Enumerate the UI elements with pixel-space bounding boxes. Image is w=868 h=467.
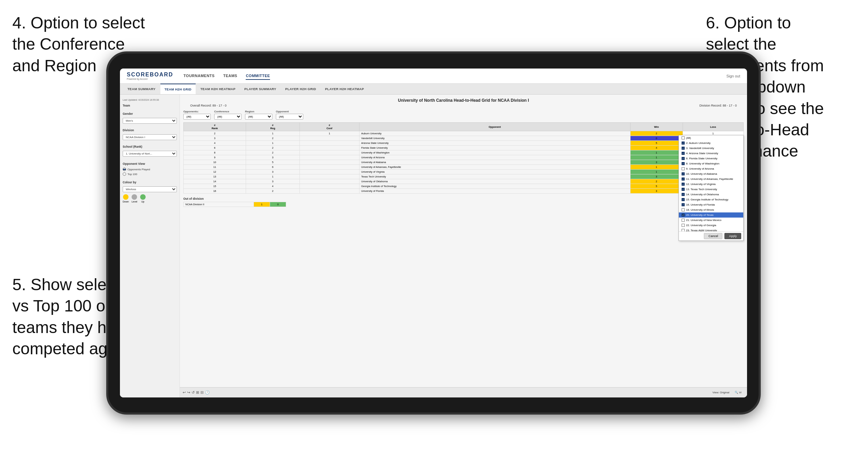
conference-label: Conference bbox=[214, 110, 242, 113]
tab-player-summary[interactable]: PLAYER SUMMARY bbox=[240, 84, 280, 94]
dropdown-list[interactable]: (All)✓2. Auburn University✓3. Vanderbilt… bbox=[679, 135, 743, 231]
opponents-select[interactable]: (All) bbox=[183, 114, 211, 120]
copy-icon[interactable]: ⊞ bbox=[196, 390, 199, 395]
dropdown-checkbox bbox=[682, 167, 685, 170]
col-rank: #Rank bbox=[184, 123, 246, 131]
cell-conf bbox=[299, 136, 359, 141]
opponent-select[interactable]: (All) bbox=[276, 114, 303, 120]
dropdown-item[interactable]: ✓6. Florida State University bbox=[679, 156, 743, 161]
paste-icon[interactable]: ⊟ bbox=[200, 390, 204, 395]
cell-reg: 5 bbox=[246, 160, 299, 165]
dropdown-checkbox: ✓ bbox=[682, 172, 685, 175]
dropdown-item[interactable]: ✓14. University of Oklahoma bbox=[679, 192, 743, 197]
dropdown-item-label: 15. Georgia Institute of Technology bbox=[686, 198, 729, 201]
dropdown-item[interactable]: ✓3. Vanderbilt University bbox=[679, 146, 743, 151]
dropdown-item[interactable]: ✓11. University of Arkansas, Fayettevill… bbox=[679, 176, 743, 182]
tab-team-h2h-heatmap[interactable]: TEAM H2H HEATMAP bbox=[196, 84, 240, 94]
dropdown-item-label: (All) bbox=[686, 136, 691, 139]
cell-reg: 2 bbox=[246, 189, 299, 194]
region-select[interactable]: (All) bbox=[245, 114, 272, 120]
dropdown-item[interactable]: 18. University of Illinois bbox=[679, 207, 743, 212]
cell-reg: 3 bbox=[246, 170, 299, 174]
nav-committee[interactable]: COMMITTEE bbox=[246, 72, 270, 80]
cell-win: 4 bbox=[630, 146, 683, 150]
tab-team-h2h-grid[interactable]: TEAM H2H GRID bbox=[160, 84, 196, 94]
dropdown-item[interactable]: 21. University of New Mexico bbox=[679, 218, 743, 223]
table-row: 10 5 University of Alabama 3 0 bbox=[184, 160, 744, 165]
col-loss: Loss bbox=[683, 123, 743, 131]
opponent-dropdown[interactable]: (All)✓2. Auburn University✓3. Vanderbilt… bbox=[678, 135, 744, 241]
dropdown-item-label: 22. University of Georgia bbox=[686, 224, 716, 227]
dropdown-checkbox bbox=[682, 136, 685, 139]
apply-button[interactable]: Apply bbox=[724, 233, 741, 239]
tablet-screen: SCOREBOARD Powered by Accord TOURNAMENTS… bbox=[120, 69, 747, 397]
cancel-button[interactable]: Cancel bbox=[704, 233, 722, 239]
tab-player-h2h-heatmap[interactable]: PLAYER H2H HEATMAP bbox=[321, 84, 368, 94]
dropdown-item[interactable]: ✓16. University of Florida bbox=[679, 202, 743, 207]
cell-conf bbox=[299, 141, 359, 146]
main-content: Last Updated: 4/15/2024 16:55:38 Team Ge… bbox=[120, 95, 747, 397]
radio-dot-played bbox=[123, 168, 126, 171]
cell-conf bbox=[299, 160, 359, 165]
col-win: Win bbox=[630, 123, 683, 131]
school-select[interactable]: 1. University of Nort... bbox=[123, 151, 177, 157]
legend: Down Level Up bbox=[123, 194, 177, 203]
undo-icon[interactable]: ↩ bbox=[183, 390, 186, 395]
tab-team-summary[interactable]: TEAM SUMMARY bbox=[123, 84, 160, 94]
dropdown-item[interactable]: 9. University of Arizona bbox=[679, 166, 743, 171]
cell-conf bbox=[299, 165, 359, 170]
nav-signout[interactable]: Sign out bbox=[726, 74, 740, 78]
cell-reg: 2 bbox=[246, 150, 299, 155]
opponent-view-section: Opponent View Opponents Played Top 100 bbox=[123, 162, 177, 176]
clock-icon[interactable]: 🕐 bbox=[205, 390, 210, 395]
dropdown-item[interactable]: (All) bbox=[679, 135, 743, 140]
col-conf: #Conf bbox=[299, 123, 359, 131]
radio-played-label: Opponents Played bbox=[127, 168, 150, 171]
colour-select[interactable]: Win/loss bbox=[123, 186, 177, 192]
division-select[interactable]: NCAA Division I NCAA Division II bbox=[123, 134, 177, 140]
cell-name: Auburn University bbox=[359, 131, 630, 136]
redo-icon[interactable]: ↪ bbox=[187, 390, 190, 395]
dropdown-checkbox bbox=[682, 224, 685, 227]
nav-teams[interactable]: TEAMS bbox=[223, 72, 237, 80]
dropdown-item-label: 10. University of Alabama bbox=[686, 172, 717, 175]
dropdown-item[interactable]: ✓13. Texas Tech University bbox=[679, 187, 743, 192]
table-area: University of North Carolina Head-to-Hea… bbox=[180, 95, 747, 397]
division-section: Division NCAA Division I NCAA Division I… bbox=[123, 128, 177, 140]
dropdown-item[interactable]: ✓12. University of Virginia bbox=[679, 182, 743, 187]
cell-conf bbox=[299, 155, 359, 160]
gender-select[interactable]: Men's Women's bbox=[123, 118, 177, 124]
dropdown-item[interactable]: 23. Texas A&M University bbox=[679, 228, 743, 231]
cell-win: 3 bbox=[630, 174, 683, 179]
tab-player-h2h-grid[interactable]: PLAYER H2H GRID bbox=[281, 84, 320, 94]
nav-tournaments[interactable]: TOURNAMENTS bbox=[184, 72, 215, 80]
cell-name: Florida State University bbox=[359, 146, 630, 150]
legend-down-circle bbox=[123, 194, 129, 200]
radio-top100[interactable]: Top 100 bbox=[123, 172, 177, 176]
dropdown-checkbox: ✓ bbox=[682, 213, 685, 217]
dropdown-item-label: 20. University of Texas bbox=[686, 213, 713, 217]
division-label: Division bbox=[123, 128, 177, 132]
tabs-bar: TEAM SUMMARY TEAM H2H GRID TEAM H2H HEAT… bbox=[120, 84, 747, 95]
nav-bar: SCOREBOARD Powered by Accord TOURNAMENTS… bbox=[120, 69, 747, 84]
cell-name: University of Florida bbox=[359, 189, 630, 194]
dropdown-item-label: 6. Florida State University bbox=[686, 157, 718, 160]
conference-select[interactable]: (All) bbox=[214, 114, 242, 120]
cell-name: Arizona State University bbox=[359, 141, 630, 146]
dropdown-item[interactable]: ✓10. University of Alabama bbox=[679, 171, 743, 176]
cell-conf bbox=[299, 179, 359, 184]
dropdown-item[interactable]: 22. University of Georgia bbox=[679, 223, 743, 228]
region-label: Region bbox=[245, 110, 272, 113]
dropdown-item[interactable]: ✓4. Arizona State University bbox=[679, 151, 743, 156]
dropdown-item[interactable]: ✓20. University of Texas bbox=[679, 212, 743, 218]
dropdown-item[interactable]: ✓2. Auburn University bbox=[679, 140, 743, 146]
dropdown-item-label: 13. Texas Tech University bbox=[686, 188, 717, 191]
radio-opponents-played[interactable]: Opponents Played bbox=[123, 168, 177, 171]
reset-icon[interactable]: ↺ bbox=[192, 390, 195, 395]
cell-reg: 2 bbox=[246, 146, 299, 150]
dropdown-item[interactable]: ✓15. Georgia Institute of Technology bbox=[679, 197, 743, 202]
dropdown-item[interactable]: ✓8. University of Washington bbox=[679, 161, 743, 166]
cell-rank: 6 bbox=[184, 146, 246, 150]
opponent-filter-group: Opponent (All) bbox=[276, 110, 303, 120]
gender-label: Gender bbox=[123, 112, 177, 115]
